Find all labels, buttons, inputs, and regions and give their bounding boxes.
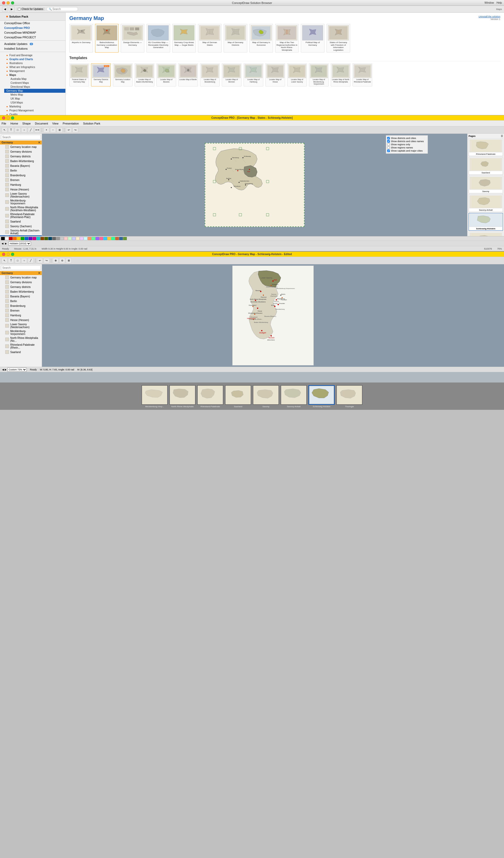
pro-maximize-1[interactable]: [11, 116, 14, 120]
districts-checkbox[interactable]: [387, 137, 390, 140]
lib2-item-brandenburg[interactable]: Brandenburg: [0, 303, 42, 308]
search-input[interactable]: [52, 7, 76, 11]
map-card-german-states[interactable]: Map of German States: [198, 24, 222, 52]
color-olive-green[interactable]: [123, 237, 127, 240]
window-menu-item[interactable]: Window: [485, 1, 494, 4]
tool2-text[interactable]: T: [8, 258, 14, 263]
map-card-two-regional[interactable]: Map of the Two Regional Authorities in N…: [275, 24, 299, 52]
lib2-item-germany-location-map[interactable]: Germany location map: [0, 275, 42, 280]
regions-checkbox[interactable]: [387, 143, 390, 146]
menu-solution-park[interactable]: Solution Park: [83, 122, 100, 125]
lib-item-schleswig-holstein[interactable]: Schleswig-Holstein: [0, 235, 42, 236]
lib2-item-baden-w-rttemberg[interactable]: Baden-Württemberg: [0, 289, 42, 294]
tool-zoom-out[interactable]: −: [50, 127, 56, 133]
lib2-item-lower-saxony--niedersachsen-[interactable]: Lower Saxony (Niedersachsen): [0, 322, 42, 329]
tool2-rect[interactable]: □: [15, 258, 20, 263]
tool-redo[interactable]: ↪: [72, 127, 78, 133]
districts-names-checkbox[interactable]: [387, 140, 390, 143]
color-silver[interactable]: [60, 237, 64, 240]
color-gray[interactable]: [52, 237, 56, 240]
pro-close-2[interactable]: [2, 253, 5, 256]
color-blue[interactable]: [25, 237, 28, 240]
film-saxony[interactable]: Saxony: [253, 385, 279, 408]
template-locator-mecklenburg[interactable]: Locator Map of Mecklenburg-Vorpommern: [309, 63, 329, 86]
template-federal-states[interactable]: Federal States of Germany Map: [69, 63, 89, 86]
sidebar-submenu-germany[interactable]: Germany Map: [4, 89, 65, 93]
menu-file[interactable]: File: [2, 122, 6, 125]
pro-canvas-1[interactable]: Show districts and cities Show districts…: [42, 134, 467, 236]
checkbox-show-regions-names[interactable]: Show regions names: [387, 146, 426, 149]
template-locator-hamburg[interactable]: Locator Map of Hamburg: [244, 63, 263, 86]
lib2-item-germany-divisions[interactable]: Germany divisions: [0, 280, 42, 285]
lib-item-hamburg[interactable]: Hamburg: [0, 182, 42, 187]
film-thuringia[interactable]: Thuringia: [336, 385, 362, 408]
tool2-undo[interactable]: ↩: [37, 258, 43, 263]
menu-home[interactable]: Home: [11, 122, 18, 125]
film-saarland[interactable]: Saarland: [225, 385, 251, 408]
sidebar-item-solution-pack[interactable]: Solution Pack: [2, 14, 63, 19]
sidebar-item-available-updates[interactable]: Available Updates 0: [0, 42, 65, 46]
lib-item-hesse--hessen-[interactable]: Hesse (Hessen): [0, 187, 42, 192]
color-gold[interactable]: [107, 237, 111, 240]
template-districts-map[interactable]: NEW Germany Districts Map: [91, 63, 111, 86]
maximize-button[interactable]: [11, 1, 14, 4]
tool2-fit[interactable]: ⊞: [66, 258, 72, 263]
color-brown[interactable]: [40, 237, 44, 240]
color-white[interactable]: [5, 237, 9, 240]
sidebar-submenu-metro[interactable]: Metro Map: [4, 93, 65, 97]
map-card-political[interactable]: Political Map of Germany: [301, 24, 324, 52]
template-locator-bw[interactable]: Locator Map of Baden-Wurttemberg: [135, 63, 155, 86]
lib2-item-bremen[interactable]: Bremen: [0, 308, 42, 313]
sidebar-item-cd-mindmap[interactable]: ConceptDraw MINDMAP: [0, 30, 65, 35]
library-search-input[interactable]: [1, 135, 41, 140]
library2-close-icon[interactable]: ✕: [38, 272, 40, 274]
tool2-line[interactable]: ╱: [28, 258, 34, 263]
capitals-checkbox[interactable]: [387, 149, 390, 152]
lib2-item-rhineland-palatinate--rhein---[interactable]: Rhineland-Palatinate (Rhein...: [0, 343, 42, 350]
lib-item-brandenburg[interactable]: Brandenburg: [0, 173, 42, 178]
pro-minimize-2[interactable]: [6, 253, 10, 256]
lib2-item-bavaria--bayern-[interactable]: Bavaria (Bayern): [0, 294, 42, 299]
sidebar-submenu-usa[interactable]: USA Maps: [4, 101, 65, 105]
template-locator-bavaria[interactable]: Locator Map of Bavaria: [157, 63, 176, 86]
film-rhineland[interactable]: Rhineland-Palatinate: [197, 385, 223, 408]
color-violet[interactable]: [96, 237, 99, 240]
uninstall-link[interactable]: Uninstall the solution: [478, 15, 500, 18]
sidebar-category-maps[interactable]: ● Maps: [0, 73, 65, 77]
sidebar-category-project-mgmt[interactable]: ● Project Management: [0, 109, 65, 112]
pro-maximize-2[interactable]: [11, 253, 14, 256]
sidebar-category-infographics[interactable]: ● What are Infographics: [0, 65, 65, 69]
tool2-redo[interactable]: ↪: [44, 258, 49, 263]
color-dark-green[interactable]: [44, 237, 48, 240]
map-card-batrochotismus[interactable]: Batrochotismus Germany Localisation Map: [95, 24, 119, 52]
lib-item-rhineland-palatinate--rheinland-pfalz-[interactable]: Rhineland-Palatinate (Rheinland-Pfalz): [0, 212, 42, 219]
sidebar-submenu-directional[interactable]: Directional Maps: [4, 85, 65, 89]
sidebar-category-management[interactable]: ● Management: [0, 69, 65, 73]
sidebar-category-quality[interactable]: ● Quality: [0, 112, 65, 115]
template-locator-brandenburg[interactable]: Locator Map of Brandenburg: [200, 63, 220, 86]
template-locator-rhineland[interactable]: Locator Map of Rhineland-Palatinate: [353, 63, 372, 86]
sidebar-submenu-continent[interactable]: Continent Maps: [4, 81, 65, 85]
sidebar-item-cd-office[interactable]: ConceptDraw Office: [0, 21, 65, 26]
lib-item-saxony-anhalt--sachsen-anhalt-[interactable]: Saxony-Anhalt (Sachsen-Anhalt): [0, 228, 42, 235]
color-steel-blue[interactable]: [119, 237, 123, 240]
tool-rectangle[interactable]: □: [15, 127, 20, 133]
sidebar-category-graphs[interactable]: ● Graphs and Charts: [0, 57, 65, 61]
color-light-purple[interactable]: [80, 237, 83, 240]
map-card-eu-countries[interactable]: EU Countries Map — Renewable Electricity…: [146, 24, 170, 52]
checkbox-show-districts-names[interactable]: Show districts and cities names: [387, 140, 426, 143]
color-light-pink[interactable]: [64, 237, 68, 240]
film-nrw[interactable]: North Rhine-Westphalia: [169, 385, 196, 408]
lib2-item-hesse--hessen-[interactable]: Hesse (Hessen): [0, 318, 42, 322]
lib-item-bremen[interactable]: Bremen: [0, 178, 42, 182]
color-mint[interactable]: [92, 237, 95, 240]
forward-button[interactable]: ▶: [9, 6, 15, 12]
page-prev2-icon[interactable]: ◀: [2, 368, 4, 371]
tool-undo[interactable]: ↩: [66, 127, 72, 133]
page-rhineland-palatinate[interactable]: Rhineland-Palatinate: [469, 139, 503, 156]
page-selector-dropdown[interactable]: Holstein (15/10): [9, 241, 31, 245]
lib-item-saarland[interactable]: Saarland: [0, 219, 42, 224]
page-thuringia[interactable]: Thuringia: [469, 232, 503, 236]
menu-shape[interactable]: Shape: [22, 122, 31, 125]
sidebar-submenu-australia[interactable]: Australia Map: [4, 77, 65, 81]
